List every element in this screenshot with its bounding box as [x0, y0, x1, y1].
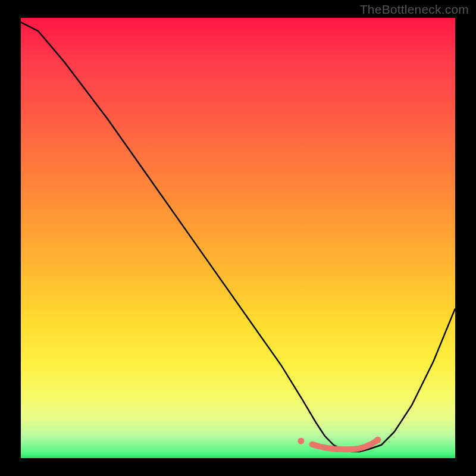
chart-frame: TheBottleneck.com: [0, 0, 476, 476]
highlight-markers: [298, 437, 381, 449]
marker-dash: [366, 444, 371, 447]
curve-layer: [21, 18, 455, 458]
marker-dot: [375, 437, 381, 443]
marker-dash: [358, 447, 364, 449]
bottleneck-curve: [21, 22, 455, 452]
marker-dash: [312, 444, 319, 446]
plot-area: [21, 18, 455, 458]
marker-dot: [298, 438, 304, 444]
watermark-text: TheBottleneck.com: [360, 2, 469, 17]
